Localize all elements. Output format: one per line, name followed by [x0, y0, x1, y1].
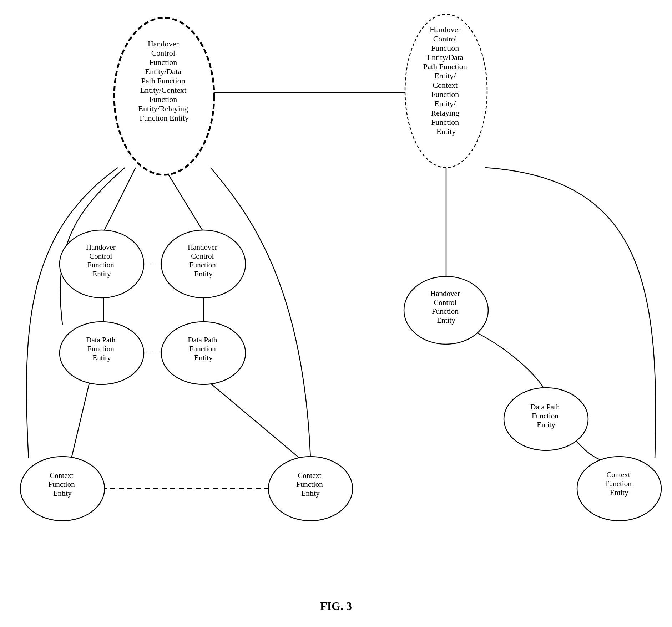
svg-line-5: [71, 383, 89, 458]
svg-line-1: [103, 168, 136, 232]
figure-caption: FIG. 3: [320, 600, 352, 613]
cfe-left2-ellipse: [268, 457, 353, 521]
diagram-container: Handover Control Function Entity/Data Pa…: [0, 0, 672, 627]
cfe-left1-ellipse: [20, 457, 105, 521]
svg-line-6: [211, 383, 300, 458]
dpfe-left1-ellipse: [60, 322, 144, 384]
dpfe-left2-ellipse: [161, 322, 246, 384]
diagram-svg: Handover Control Function Entity/Data Pa…: [0, 0, 672, 627]
svg-line-2: [164, 168, 203, 232]
